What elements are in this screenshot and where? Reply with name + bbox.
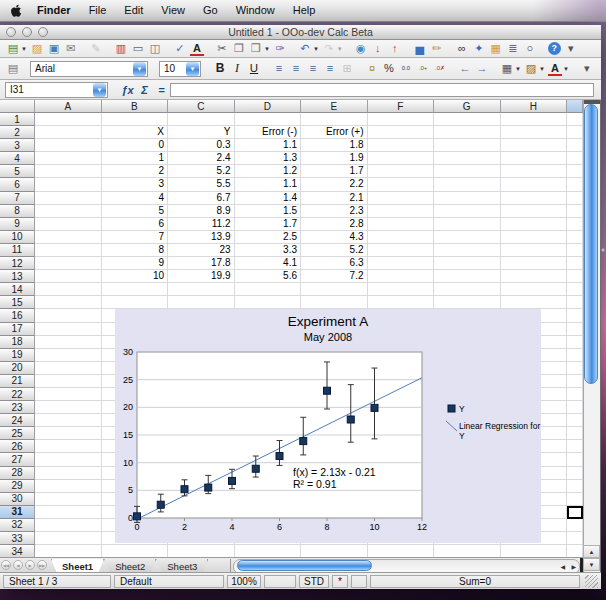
menu-item-go[interactable]: Go — [194, 0, 227, 21]
auto-spellcheck-button[interactable]: A — [189, 41, 205, 57]
cell[interactable] — [368, 270, 435, 283]
cell[interactable] — [434, 113, 501, 126]
cell[interactable] — [35, 309, 102, 322]
cell[interactable] — [567, 532, 583, 545]
cell[interactable]: 0.3 — [168, 139, 235, 152]
cell[interactable]: 1.1 — [235, 139, 302, 152]
menu-item-finder[interactable]: Finder — [28, 0, 80, 21]
cell[interactable] — [567, 270, 583, 283]
font-color-dropdown-icon[interactable]: ▼ — [563, 66, 569, 72]
cell[interactable] — [301, 545, 368, 557]
cell[interactable] — [567, 349, 583, 362]
cell[interactable] — [368, 139, 435, 152]
cell[interactable] — [567, 427, 583, 440]
align-justify-button[interactable]: ≡ — [322, 61, 338, 77]
cell[interactable] — [501, 545, 568, 557]
align-center-button[interactable]: ≡ — [288, 61, 304, 77]
cell[interactable] — [567, 205, 583, 218]
cell[interactable] — [35, 427, 102, 440]
cell[interactable] — [35, 178, 102, 191]
row-header-13[interactable]: 13 — [0, 270, 35, 283]
add-decimal-place-button[interactable]: .0+ — [415, 61, 431, 77]
cell[interactable] — [567, 519, 583, 532]
cell[interactable]: 0 — [102, 139, 169, 152]
cell[interactable]: 5.2 — [168, 165, 235, 178]
row-header-31[interactable]: 31 — [0, 506, 35, 519]
status-page-style[interactable]: Default — [114, 575, 224, 588]
cell[interactable]: 1.1 — [235, 178, 302, 191]
cell[interactable] — [567, 375, 583, 388]
scroll-down-icon[interactable]: ▼ — [583, 558, 600, 571]
font-size-combo[interactable]: 10▼ — [159, 61, 201, 77]
cell[interactable] — [567, 440, 583, 453]
cell[interactable]: 1.7 — [301, 165, 368, 178]
cell[interactable] — [567, 178, 583, 191]
copy-button[interactable]: ❐ — [231, 41, 247, 57]
row-header-29[interactable]: 29 — [0, 480, 35, 493]
cell[interactable] — [35, 349, 102, 362]
row-header-15[interactable]: 15 — [0, 296, 35, 309]
hyperlink-button[interactable]: ◉ — [353, 41, 369, 57]
column-header-b[interactable]: B — [102, 100, 169, 113]
cell[interactable] — [35, 323, 102, 336]
cell[interactable] — [368, 178, 435, 191]
cell[interactable] — [434, 283, 501, 296]
underline-button[interactable]: U — [246, 61, 262, 77]
cell[interactable] — [35, 126, 102, 139]
cell[interactable]: 4 — [102, 192, 169, 205]
menu-item-help[interactable]: Help — [284, 0, 325, 21]
column-header-f[interactable]: F — [368, 100, 435, 113]
cell[interactable] — [35, 257, 102, 270]
cell[interactable] — [368, 545, 435, 557]
sum-button[interactable]: Σ — [136, 82, 153, 97]
row-header-16[interactable]: 16 — [0, 309, 35, 322]
horizontal-split-handle[interactable] — [580, 558, 583, 573]
print-button[interactable]: ▭ — [130, 41, 146, 57]
row-header-6[interactable]: 6 — [0, 178, 35, 191]
cell[interactable]: 5.5 — [168, 178, 235, 191]
cell[interactable] — [301, 113, 368, 126]
cell[interactable] — [434, 231, 501, 244]
cell[interactable] — [368, 257, 435, 270]
cell[interactable] — [368, 244, 435, 257]
cell[interactable] — [35, 453, 102, 466]
borders-dropdown-icon[interactable]: ▼ — [515, 66, 521, 72]
apple-menu-icon[interactable] — [10, 3, 24, 18]
cell[interactable]: 5 — [102, 205, 169, 218]
sort-ascending-button[interactable]: ↓ — [370, 41, 386, 57]
name-box-dropdown-icon[interactable]: ▼ — [93, 83, 106, 97]
cell[interactable] — [434, 178, 501, 191]
number-format-percent-button[interactable]: % — [381, 61, 397, 77]
font-size-dropdown-icon[interactable]: ▼ — [186, 62, 199, 76]
cell[interactable] — [434, 152, 501, 165]
format-paintbrush-button[interactable]: ✑ — [272, 41, 288, 57]
status-sheet-position[interactable]: Sheet 1 / 3 — [3, 575, 111, 588]
page-preview-button[interactable]: ◫ — [147, 41, 163, 57]
cell[interactable] — [501, 205, 568, 218]
cell[interactable]: 9 — [102, 257, 169, 270]
cell[interactable]: 5.6 — [235, 270, 302, 283]
vertical-split-handle[interactable] — [583, 100, 600, 104]
cell[interactable] — [501, 165, 568, 178]
column-header-e[interactable]: E — [301, 100, 368, 113]
cell[interactable] — [567, 414, 583, 427]
cell[interactable] — [35, 113, 102, 126]
next-sheet-button[interactable]: ▶ — [25, 560, 35, 570]
row-header-9[interactable]: 9 — [0, 218, 35, 231]
italic-button[interactable]: I — [229, 61, 245, 77]
cell[interactable] — [501, 139, 568, 152]
cell[interactable] — [35, 283, 102, 296]
formula-input-line[interactable] — [170, 83, 594, 97]
cell[interactable] — [35, 519, 102, 532]
cell[interactable] — [434, 192, 501, 205]
cell[interactable] — [434, 296, 501, 309]
row-header-21[interactable]: 21 — [0, 375, 35, 388]
undo-button[interactable]: ↶▼ — [297, 41, 320, 57]
cell[interactable] — [35, 362, 102, 375]
export-as-pdf-button[interactable]: ▥ — [113, 41, 129, 57]
cell[interactable] — [567, 244, 583, 257]
row-header-32[interactable]: 32 — [0, 519, 35, 532]
cell[interactable] — [567, 218, 583, 231]
cell[interactable] — [368, 283, 435, 296]
cell[interactable] — [501, 113, 568, 126]
